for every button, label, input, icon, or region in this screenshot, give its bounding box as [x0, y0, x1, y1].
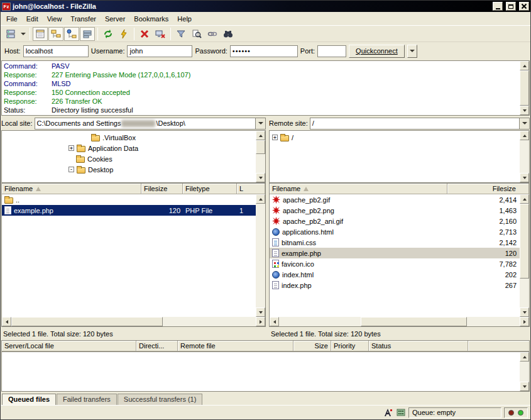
column-header-filesize[interactable]: Filesize: [141, 184, 183, 194]
toggle-queue-button[interactable]: [80, 27, 95, 41]
scroll-up-button[interactable]: [520, 131, 529, 140]
maximize-button[interactable]: [506, 2, 516, 11]
tree-item-application-data[interactable]: +Application Data: [68, 143, 255, 153]
quickconnect-dropdown[interactable]: [407, 45, 417, 58]
column-header-size[interactable]: Size: [293, 341, 331, 351]
file-row[interactable]: apache_pb2.png1,463: [270, 205, 529, 216]
local-path-combobox[interactable]: C:\Documents and Settings\Desktop\: [35, 118, 266, 130]
remote-list-hscrollbar[interactable]: [270, 317, 529, 326]
local-list-vscrollbar[interactable]: [256, 194, 265, 317]
compare-button[interactable]: [189, 27, 204, 41]
toggle-local-tree-button[interactable]: [48, 27, 63, 41]
menu-help[interactable]: Help: [173, 13, 196, 25]
column-header-status[interactable]: Status: [369, 341, 468, 351]
scroll-track[interactable]: [520, 362, 529, 382]
file-row[interactable]: bitnami.css2,142: [270, 237, 529, 248]
column-header-remote-file[interactable]: Remote file: [178, 341, 293, 351]
scroll-down-button[interactable]: [256, 173, 265, 182]
port-input[interactable]: [317, 45, 346, 57]
tree-item-root[interactable]: +/: [272, 132, 519, 143]
sync-browsing-button[interactable]: [205, 27, 220, 41]
tab-queued-files[interactable]: Queued files: [2, 394, 56, 405]
column-header-filesize[interactable]: Filesize: [447, 184, 529, 194]
column-header-filename[interactable]: Filename: [270, 184, 447, 194]
password-input[interactable]: [230, 45, 298, 57]
filter-button[interactable]: [173, 27, 189, 41]
file-row[interactable]: index.html202: [270, 269, 529, 280]
column-header-filename[interactable]: Filename: [2, 184, 141, 194]
site-manager-button[interactable]: [3, 27, 18, 41]
scroll-up-button[interactable]: [256, 194, 265, 204]
quickconnect-button[interactable]: Quickconnect: [349, 45, 405, 58]
remote-list-vscrollbar[interactable]: [520, 194, 529, 317]
scroll-down-button[interactable]: [520, 382, 529, 391]
scroll-up-button[interactable]: [520, 352, 529, 362]
tree-item-virtualbox[interactable]: .VirtualBox: [91, 132, 255, 143]
scroll-down-button[interactable]: [520, 173, 529, 182]
scroll-right-button[interactable]: [256, 317, 265, 326]
scroll-track[interactable]: [256, 204, 265, 307]
menu-bookmarks[interactable]: Bookmarks: [129, 13, 173, 25]
scroll-left-button[interactable]: [270, 317, 279, 326]
file-row[interactable]: apache_pb2.gif2,414: [270, 194, 529, 205]
scroll-track[interactable]: [256, 140, 265, 173]
scroll-up-button[interactable]: [520, 61, 529, 70]
queue-body[interactable]: [1, 351, 530, 392]
tab-successful-transfers[interactable]: Successful transfers (1): [118, 394, 203, 405]
expand-icon[interactable]: +: [68, 145, 74, 151]
scroll-track[interactable]: [520, 140, 529, 173]
menu-edit[interactable]: Edit: [22, 13, 43, 25]
scroll-down-button[interactable]: [256, 307, 265, 317]
menu-view[interactable]: View: [43, 13, 67, 25]
tab-failed-transfers[interactable]: Failed transfers: [57, 394, 117, 405]
site-manager-dropdown[interactable]: [19, 27, 27, 41]
host-input[interactable]: [23, 45, 89, 57]
cancel-button[interactable]: [137, 27, 152, 41]
column-header-direction[interactable]: Directi...: [136, 341, 178, 351]
file-row-parent-directory[interactable]: ..: [2, 194, 265, 205]
scroll-thumb[interactable]: [520, 70, 529, 106]
remote-tree-scrollbar[interactable]: [520, 131, 529, 182]
process-queue-button[interactable]: [116, 27, 131, 41]
scroll-thumb[interactable]: [256, 140, 265, 154]
local-tree-scrollbar[interactable]: [256, 131, 265, 182]
queue-scrollbar[interactable]: [520, 352, 529, 391]
scroll-thumb[interactable]: [361, 317, 467, 326]
menu-server[interactable]: Server: [101, 13, 129, 25]
toggle-log-button[interactable]: [33, 27, 48, 41]
expand-icon[interactable]: +: [272, 135, 278, 140]
scroll-right-button[interactable]: [520, 317, 529, 326]
scroll-down-button[interactable]: [520, 106, 529, 115]
collapse-icon[interactable]: -: [68, 167, 74, 172]
local-list-hscrollbar[interactable]: [2, 317, 265, 326]
menu-file[interactable]: File: [2, 13, 22, 25]
scroll-up-button[interactable]: [520, 194, 529, 204]
file-row-example-php[interactable]: example.php 120 PHP File 1: [2, 205, 265, 216]
disconnect-button[interactable]: [153, 27, 168, 41]
file-row[interactable]: index.php267: [270, 280, 529, 290]
local-path-dropdown[interactable]: [255, 118, 265, 129]
column-header-filetype[interactable]: Filetype: [183, 184, 237, 194]
log-scrollbar[interactable]: [520, 61, 529, 115]
minimize-button[interactable]: [493, 2, 503, 11]
scroll-down-button[interactable]: [520, 307, 529, 317]
column-header-server-local-file[interactable]: Server/Local file: [2, 341, 136, 351]
remote-path-dropdown[interactable]: [519, 118, 529, 129]
file-row[interactable]: apache_pb2_ani.gif2,160: [270, 216, 529, 226]
file-row-example-php[interactable]: example.php120: [270, 248, 529, 258]
refresh-button[interactable]: [101, 27, 116, 41]
scroll-up-button[interactable]: [256, 131, 265, 140]
tree-item-cookies[interactable]: Cookies: [76, 153, 255, 164]
file-row[interactable]: favicon.ico7,782: [270, 258, 529, 269]
column-header-last-modified[interactable]: L: [237, 184, 265, 194]
remote-path-combobox[interactable]: /: [310, 118, 530, 130]
scroll-track[interactable]: [279, 317, 520, 326]
menu-transfer[interactable]: Transfer: [66, 13, 101, 25]
scroll-thumb[interactable]: [11, 317, 163, 326]
scroll-left-button[interactable]: [2, 317, 11, 326]
close-button[interactable]: [519, 2, 529, 11]
scroll-track[interactable]: [520, 204, 529, 307]
scroll-track[interactable]: [520, 70, 529, 106]
column-header-priority[interactable]: Priority: [331, 341, 369, 351]
username-input[interactable]: [127, 45, 192, 57]
